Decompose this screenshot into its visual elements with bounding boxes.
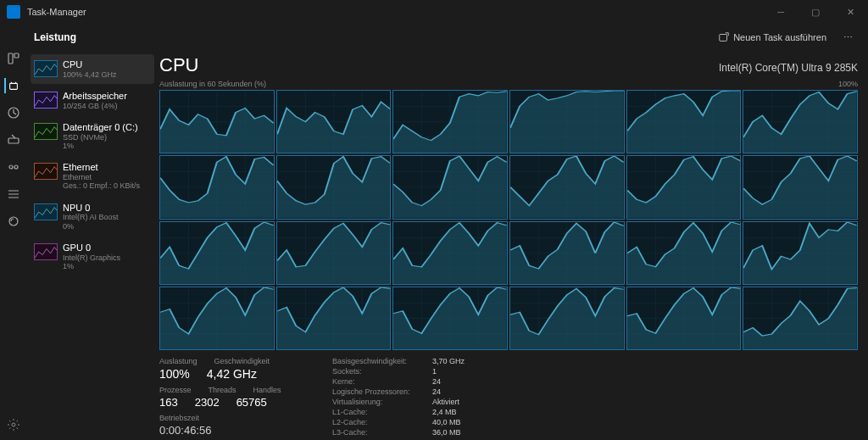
core-grid — [159, 90, 858, 350]
svg-rect-0 — [720, 35, 727, 42]
core-chart-12 — [159, 221, 275, 285]
maximize-button[interactable]: ▢ — [804, 3, 826, 21]
detail-row: Sockets:1 — [332, 367, 465, 376]
chart-axis-label: Auslastung in 60 Sekunden (%) — [159, 80, 266, 88]
sidebar-item-gpu-0[interactable]: GPU 0Intel(R) Graphics1% — [31, 237, 154, 276]
core-chart-3 — [509, 90, 625, 153]
more-button[interactable]: ⋯ — [840, 29, 858, 47]
detail-row: Virtualisierung:Aktiviert — [332, 398, 465, 406]
core-chart-15 — [509, 221, 625, 285]
run-new-task-button[interactable]: Neuen Task ausführen — [711, 28, 833, 47]
core-chart-17 — [743, 221, 858, 285]
cpu-model-name: Intel(R) Core(TM) Ultra 9 285K — [719, 62, 858, 74]
core-chart-22 — [626, 287, 742, 350]
nav-item-0[interactable] — [6, 51, 21, 66]
core-chart-13 — [276, 221, 392, 285]
uptime-value: 0:00:46:56 — [159, 424, 312, 437]
nav-item-3[interactable] — [6, 132, 21, 148]
core-chart-6 — [159, 155, 275, 219]
sidebar-item-datentr-ger-0-c-[interactable]: Datenträger 0 (C:)SSD (NVMe)1% — [31, 117, 154, 155]
core-chart-1 — [276, 90, 392, 153]
sidebar-thumb — [34, 123, 58, 140]
sidebar-thumb — [34, 92, 58, 109]
nav-item-5[interactable] — [6, 187, 21, 202]
detail-row: L3-Cache:36,0 MB — [332, 428, 465, 437]
core-chart-7 — [276, 155, 392, 219]
settings-icon[interactable] — [7, 418, 20, 433]
detail-row: L1-Cache:2,4 MB — [332, 408, 465, 416]
core-chart-21 — [509, 287, 625, 350]
core-chart-4 — [626, 90, 742, 153]
core-chart-0 — [159, 90, 275, 153]
core-chart-9 — [509, 155, 625, 219]
sidebar-thumb — [34, 203, 58, 220]
core-chart-10 — [626, 155, 742, 219]
core-chart-5 — [743, 90, 858, 153]
sidebar-thumb — [34, 163, 58, 180]
nav-item-4[interactable] — [6, 159, 21, 175]
svg-point-7 — [14, 165, 18, 169]
sidebar-item-cpu[interactable]: CPU100% 4,42 GHz — [31, 54, 154, 84]
nav-item-2[interactable] — [6, 105, 21, 120]
svg-rect-5 — [8, 138, 19, 143]
detail-row: Logische Prozessoren:24 — [332, 387, 465, 396]
nav-item-6[interactable] — [6, 214, 21, 229]
minimize-button[interactable]: ─ — [771, 3, 791, 21]
core-chart-19 — [276, 287, 392, 350]
handles-value: 65765 — [236, 396, 267, 409]
run-task-icon — [718, 31, 730, 43]
svg-point-6 — [9, 165, 13, 169]
threads-value: 2302 — [195, 396, 220, 409]
sidebar-item-npu-0[interactable]: NPU 0Intel(R) AI Boost0% — [31, 198, 154, 236]
close-button[interactable]: ✕ — [840, 3, 861, 21]
nav-item-1[interactable] — [4, 78, 19, 93]
core-chart-18 — [159, 287, 275, 350]
utilization-value: 100% — [159, 367, 190, 381]
core-chart-2 — [392, 90, 508, 153]
app-icon — [7, 5, 20, 19]
core-chart-14 — [392, 221, 508, 285]
core-chart-8 — [392, 155, 508, 219]
sidebar-thumb — [34, 243, 58, 260]
core-chart-11 — [743, 155, 858, 219]
svg-rect-1 — [8, 53, 13, 64]
sidebar-thumb — [34, 60, 58, 77]
chart-max-label: 100% — [838, 80, 858, 88]
svg-rect-3 — [10, 83, 18, 89]
sidebar-item-ethernet[interactable]: EthernetEthernetGes.: 0 Empf.: 0 KBit/s — [31, 157, 154, 195]
svg-rect-2 — [14, 53, 19, 58]
window-title: Task-Manager — [27, 7, 86, 17]
content-title: CPU — [159, 54, 198, 76]
processes-value: 163 — [159, 396, 178, 409]
detail-row: Kerne:24 — [332, 377, 465, 386]
core-chart-23 — [743, 287, 858, 350]
svg-point-9 — [12, 423, 15, 426]
speed-value: 4,42 GHz — [207, 367, 257, 381]
core-chart-16 — [626, 221, 742, 285]
core-chart-20 — [392, 287, 508, 350]
detail-row: L2-Cache:40,0 MB — [332, 418, 465, 426]
sidebar-item-arbeitsspeicher[interactable]: Arbeitsspeicher10/254 GB (4%) — [31, 86, 154, 115]
detail-row: Basisgeschwindigkeit:3,70 GHz — [332, 357, 465, 365]
page-title: Leistung — [34, 31, 76, 43]
